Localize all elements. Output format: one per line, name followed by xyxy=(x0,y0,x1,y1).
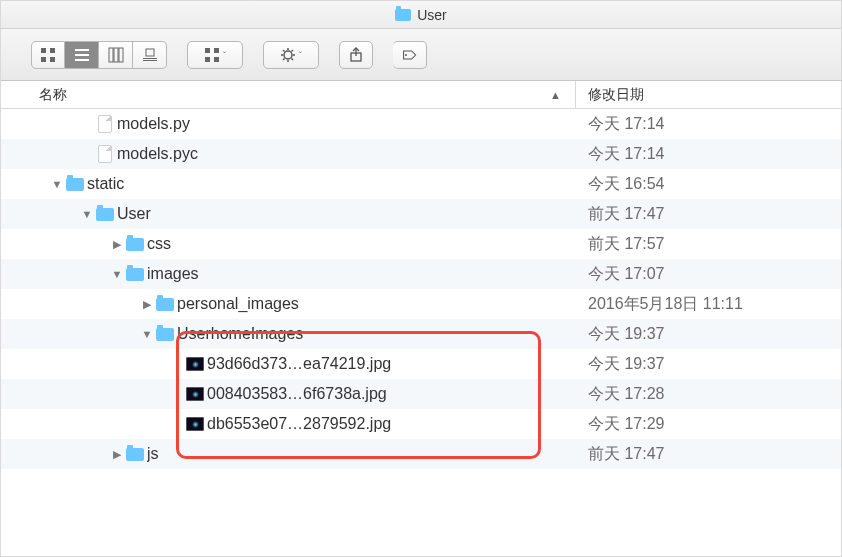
view-mode-group xyxy=(31,41,167,69)
svg-rect-6 xyxy=(75,59,89,61)
date-modified: 今天 17:07 xyxy=(576,264,841,285)
column-date-label: 修改日期 xyxy=(588,86,644,102)
finder-window: User ˇ ˇ xyxy=(0,0,842,557)
name-cell: ▼User xyxy=(1,199,576,229)
name-cell: ▶css xyxy=(1,229,576,259)
svg-rect-4 xyxy=(75,49,89,51)
disclosure-triangle-icon[interactable]: ▼ xyxy=(111,268,123,280)
name-cell: ▼images xyxy=(1,259,576,289)
table-row[interactable]: ▶93d66d373…ea74219.jpg今天 19:37 xyxy=(1,349,841,379)
file-name: js xyxy=(147,445,159,463)
column-name-label: 名称 xyxy=(39,86,67,104)
table-row[interactable]: ▶css前天 17:57 xyxy=(1,229,841,259)
file-name: models.pyc xyxy=(117,145,198,163)
date-modified: 今天 17:29 xyxy=(576,414,841,435)
disclosure-triangle-icon[interactable]: ▶ xyxy=(141,298,153,311)
table-row[interactable]: ▼UserhomeImages今天 19:37 xyxy=(1,319,841,349)
folder-icon xyxy=(395,9,411,21)
folder-icon xyxy=(123,448,147,461)
svg-rect-10 xyxy=(146,49,154,56)
file-name: models.py xyxy=(117,115,190,133)
svg-rect-0 xyxy=(41,48,46,53)
name-cell: ▶models.pyc xyxy=(1,139,576,169)
image-file-icon xyxy=(183,387,207,401)
arrange-group: ˇ xyxy=(187,41,243,69)
date-modified: 今天 16:54 xyxy=(576,174,841,195)
column-header-name[interactable]: 名称 ▲ xyxy=(1,81,576,108)
table-row[interactable]: ▼static今天 16:54 xyxy=(1,169,841,199)
name-cell: ▼static xyxy=(1,169,576,199)
column-view-button[interactable] xyxy=(99,41,133,69)
chevron-down-icon: ˇ xyxy=(223,50,226,60)
name-cell: ▼UserhomeImages xyxy=(1,319,576,349)
disclosure-triangle-icon[interactable]: ▼ xyxy=(81,208,93,220)
name-cell: ▶008403583…6f6738a.jpg xyxy=(1,379,576,409)
svg-line-22 xyxy=(283,50,285,52)
table-row[interactable]: ▼User前天 17:47 xyxy=(1,199,841,229)
folder-icon xyxy=(93,208,117,221)
folder-icon xyxy=(123,268,147,281)
folder-icon xyxy=(123,238,147,251)
table-row[interactable]: ▶personal_images2016年5月18日 11:11 xyxy=(1,289,841,319)
disclosure-triangle-icon[interactable]: ▼ xyxy=(141,328,153,340)
disclosure-triangle-icon[interactable]: ▶ xyxy=(111,448,123,461)
date-modified: 前天 17:47 xyxy=(576,444,841,465)
svg-rect-11 xyxy=(143,58,157,59)
image-file-icon xyxy=(183,357,207,371)
svg-rect-2 xyxy=(41,57,46,62)
file-name: 008403583…6f6738a.jpg xyxy=(207,385,387,403)
date-modified: 今天 19:37 xyxy=(576,324,841,345)
table-row[interactable]: ▶models.py今天 17:14 xyxy=(1,109,841,139)
column-header-date[interactable]: 修改日期 xyxy=(576,86,841,104)
file-icon xyxy=(93,115,117,133)
action-group: ˇ xyxy=(263,41,319,69)
file-name: static xyxy=(87,175,124,193)
arrange-button[interactable]: ˇ xyxy=(187,41,243,69)
svg-rect-3 xyxy=(50,57,55,62)
svg-rect-13 xyxy=(205,48,210,53)
file-name: css xyxy=(147,235,171,253)
file-list[interactable]: ▶models.py今天 17:14▶models.pyc今天 17:14▼st… xyxy=(1,109,841,556)
icon-view-button[interactable] xyxy=(31,41,65,69)
svg-rect-7 xyxy=(109,48,113,62)
image-file-icon xyxy=(183,417,207,431)
name-cell: ▶db6553e07…2879592.jpg xyxy=(1,409,576,439)
window-title: User xyxy=(417,7,447,23)
svg-line-23 xyxy=(292,58,294,60)
date-modified: 今天 17:14 xyxy=(576,114,841,135)
disclosure-triangle-icon[interactable]: ▼ xyxy=(51,178,63,190)
date-modified: 前天 17:57 xyxy=(576,234,841,255)
file-name: db6553e07…2879592.jpg xyxy=(207,415,391,433)
list-view-button[interactable] xyxy=(65,41,99,69)
folder-icon xyxy=(153,328,177,341)
table-row[interactable]: ▼images今天 17:07 xyxy=(1,259,841,289)
svg-rect-16 xyxy=(214,57,219,62)
table-row[interactable]: ▶008403583…6f6738a.jpg今天 17:28 xyxy=(1,379,841,409)
folder-icon xyxy=(63,178,87,191)
svg-rect-1 xyxy=(50,48,55,53)
table-row[interactable]: ▶db6553e07…2879592.jpg今天 17:29 xyxy=(1,409,841,439)
action-button[interactable]: ˇ xyxy=(263,41,319,69)
date-modified: 今天 17:14 xyxy=(576,144,841,165)
name-cell: ▶models.py xyxy=(1,109,576,139)
share-button[interactable] xyxy=(339,41,373,69)
date-modified: 今天 17:28 xyxy=(576,384,841,405)
file-name: 93d66d373…ea74219.jpg xyxy=(207,355,391,373)
name-cell: ▶93d66d373…ea74219.jpg xyxy=(1,349,576,379)
svg-rect-12 xyxy=(143,60,157,61)
svg-rect-8 xyxy=(114,48,118,62)
table-row[interactable]: ▶js前天 17:47 xyxy=(1,439,841,469)
table-row[interactable]: ▶models.pyc今天 17:14 xyxy=(1,139,841,169)
coverflow-view-button[interactable] xyxy=(133,41,167,69)
file-name: personal_images xyxy=(177,295,299,313)
tags-button[interactable] xyxy=(393,41,427,69)
disclosure-triangle-icon[interactable]: ▶ xyxy=(111,238,123,251)
file-name: UserhomeImages xyxy=(177,325,303,343)
file-name: images xyxy=(147,265,199,283)
folder-icon xyxy=(153,298,177,311)
column-header-row: 名称 ▲ 修改日期 xyxy=(1,81,841,109)
date-modified: 前天 17:47 xyxy=(576,204,841,225)
svg-rect-9 xyxy=(119,48,123,62)
svg-point-28 xyxy=(405,54,407,56)
svg-line-25 xyxy=(292,50,294,52)
